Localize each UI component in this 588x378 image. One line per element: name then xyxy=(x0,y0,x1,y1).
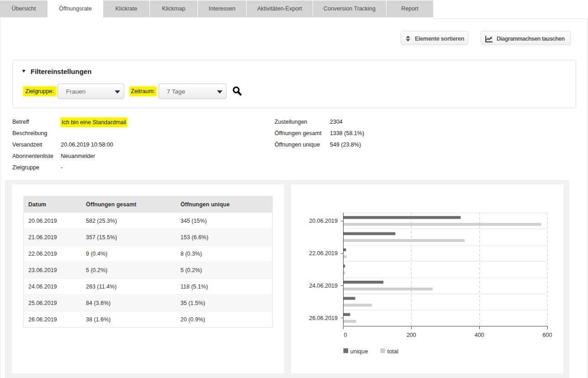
svg-text:22.06.2019: 22.06.2019 xyxy=(309,250,338,257)
svg-text:400: 400 xyxy=(475,332,484,338)
svg-text:0: 0 xyxy=(344,332,347,338)
svg-text:unique: unique xyxy=(350,348,368,355)
svg-text:total: total xyxy=(387,348,399,355)
svg-text:26.06.2019: 26.06.2019 xyxy=(309,315,338,321)
svg-text:600: 600 xyxy=(543,332,552,338)
svg-text:20.06.2019: 20.06.2019 xyxy=(309,218,338,224)
svg-text:200: 200 xyxy=(407,332,416,338)
svg-text:24.06.2019: 24.06.2019 xyxy=(309,283,338,289)
